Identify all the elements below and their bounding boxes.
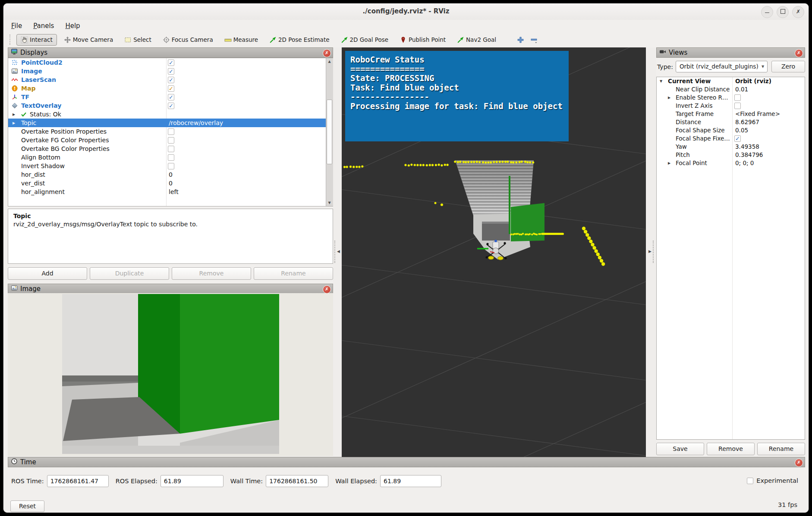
menu-panels[interactable]: Panels [33,22,54,30]
ros-time-input[interactable] [47,475,109,487]
time-close-button[interactable]: ✗ [795,459,803,467]
checkbox-textoverlay[interactable]: ✓ [168,103,174,109]
scroll-down-icon[interactable]: ▼ [326,201,333,205]
expand-closed-icon[interactable]: ▶ [13,119,15,128]
tool-add-tool-icon[interactable] [514,34,527,46]
checkbox-overtake-bg-color-properties[interactable] [168,146,174,152]
view-row-enable-stereo-r[interactable]: ▶Enable Stereo R… [657,94,805,102]
view-row-near-clip-distance[interactable]: Near Clip Distance0.01 [657,85,805,94]
expand-closed-icon[interactable]: ▶ [668,159,670,167]
view-row-yaw[interactable]: Yaw3.49358 [657,143,805,151]
display-row-overtake-fg-color-properties[interactable]: Overtake FG Color Properties [8,136,333,144]
duplicate-button[interactable]: Duplicate [90,267,169,280]
checkbox-overtake-fg-color-properties[interactable] [168,137,174,144]
add-button[interactable]: Add [8,267,87,280]
reset-button[interactable]: Reset [10,500,44,512]
display-row-overtake-position-properties[interactable]: Overtake Position Properties [8,127,333,136]
status-ok-icon [20,111,27,118]
views-buttons: SaveRemoveRename [656,443,805,455]
close-button[interactable]: ✗ [792,6,804,18]
checkbox-overtake-position-properties[interactable] [168,128,174,135]
display-label: Overtake Position Properties [21,127,107,136]
tool-nav2-goal[interactable]: Nav2 Goal [453,34,500,46]
remove-button[interactable]: Remove [172,267,251,280]
display-row-map[interactable]: !Map✓ [8,84,333,93]
checkbox-invert-shadow[interactable] [168,163,174,169]
displays-scrollbar[interactable]: ▲ ▼ [326,58,333,206]
display-row-status-ok[interactable]: ▶Status: Ok [8,110,333,119]
expand-closed-icon[interactable]: ▶ [668,94,670,102]
view-row-pitch[interactable]: Pitch0.384796 [657,151,805,159]
checkbox-map[interactable]: ✓ [168,85,174,92]
left-splitter[interactable]: ◀ [333,47,342,457]
view-row-focal-shape-fixe[interactable]: Focal Shape Fixe…✓ [657,134,805,143]
wall-time-input[interactable] [266,475,328,487]
view-row-focal-shape-size[interactable]: Focal Shape Size0.05 [657,126,805,134]
view-row-current-view[interactable]: ▼Current ViewOrbit (rviz) [657,77,805,85]
scroll-up-icon[interactable]: ▲ [326,59,333,63]
tool-measure[interactable]: Measure [220,34,262,46]
ros-elapsed-input[interactable] [161,475,223,487]
toolbar-drag-handle[interactable] [9,34,13,45]
display-row-textoverlay[interactable]: TextOverlay✓ [8,101,333,110]
image-close-button[interactable]: ✗ [323,285,331,294]
display-row-hor-dist[interactable]: hor_dist0 [8,170,333,179]
save-button[interactable]: Save [656,443,704,455]
collapse-right-icon[interactable]: ▶ [648,249,651,253]
experimental-checkbox[interactable] [747,478,753,484]
tool-2d-goal-pose[interactable]: 2D Goal Pose [337,34,393,46]
displays-close-button[interactable]: ✗ [323,49,331,57]
expand-closed-icon[interactable]: ▶ [13,110,15,119]
display-row-invert-shadow[interactable]: Invert Shadow [8,162,333,170]
tool-focus-camera[interactable]: Focus Camera [158,34,217,46]
tool-interact[interactable]: Interact [16,34,57,46]
checkbox-tf[interactable]: ✓ [168,94,174,100]
collapse-left-icon[interactable]: ◀ [337,249,340,253]
expand-open-icon[interactable]: ▼ [660,77,662,85]
displays-tree[interactable]: PointCloud2✓Image✓LaserScan✓!Map✓TF✓Text… [8,58,333,206]
display-row-tf[interactable]: TF✓ [8,93,333,101]
zero-button[interactable]: Zero [771,61,805,72]
tool-publish-point[interactable]: Publish Point [395,34,450,46]
checkbox-align-bottom[interactable] [168,154,174,161]
checkbox-laserscan[interactable]: ✓ [168,77,174,83]
view-value: Orbit (rviz) [735,77,771,85]
overlay-line: State: PROCESSING [350,74,569,83]
display-row-ver-dist[interactable]: ver_dist0 [8,179,333,188]
rename-button[interactable]: Rename [254,267,333,280]
displays-scrollbar-thumb[interactable] [327,100,332,164]
views-close-button[interactable]: ✗ [795,49,803,57]
checkbox-invert-z-axis[interactable] [734,103,741,109]
minimize-button[interactable] [761,6,773,18]
views-tree[interactable]: ▼Current ViewOrbit (rviz)Near Clip Dista… [656,77,805,440]
checkbox-focal-shape-fixe[interactable]: ✓ [734,135,741,142]
display-row-hor-alignment[interactable]: hor_alignmentleft [8,188,333,196]
display-row-align-bottom[interactable]: Align Bottom [8,153,333,162]
right-splitter[interactable]: ▶ [646,47,656,457]
view-row-invert-z-axis[interactable]: Invert Z Axis [657,102,805,110]
checkbox-pointcloud2[interactable]: ✓ [168,59,174,66]
menu-file[interactable]: File [11,22,22,30]
tool-remove-tool-icon[interactable] [528,34,540,46]
tool-2d-pose-estimate[interactable]: 2D Pose Estimate [265,34,334,46]
checkbox-enable-stereo-r[interactable] [734,94,741,101]
display-row-overtake-bg-color-properties[interactable]: Overtake BG Color Properties [8,144,333,153]
menu-help[interactable]: Help [65,22,80,30]
view-row-focal-point[interactable]: ▶Focal Point0; 0; 0 [657,159,805,167]
green-box-right-face [180,294,279,434]
rename-button[interactable]: Rename [757,443,805,455]
wall-elapsed-input[interactable] [380,475,441,487]
view-row-distance[interactable]: Distance8.62967 [657,118,805,126]
display-row-topic[interactable]: ▶Topic/robocrew/overlay [8,119,333,127]
3d-viewport[interactable]: RoboCrew Status===============State: PRO… [342,47,646,457]
tool-move-camera[interactable]: Move Camera [60,34,117,46]
display-row-laserscan[interactable]: LaserScan✓ [8,75,333,84]
view-row-target-frame[interactable]: Target Frame<Fixed Frame> [657,110,805,118]
checkbox-image[interactable]: ✓ [168,68,174,75]
maximize-button[interactable] [777,6,789,18]
display-row-image[interactable]: Image✓ [8,67,333,75]
display-row-pointcloud2[interactable]: PointCloud2✓ [8,58,333,67]
view-type-combobox[interactable]: Orbit (rviz_default_plugins) ▼ [676,61,768,72]
tool-select[interactable]: Select [120,34,156,46]
remove-button[interactable]: Remove [707,443,755,455]
